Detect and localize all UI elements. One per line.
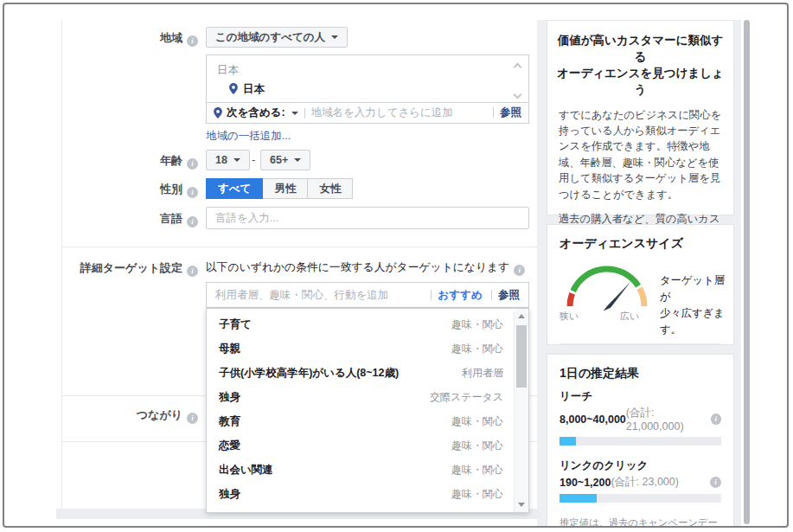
audience-size-gauge: 狭い 広い [558, 259, 660, 323]
region-selected-row[interactable]: 日本 [229, 82, 265, 97]
suggestions-dropdown: 子育て趣味・関心 母親趣味・関心 子供(小学校高学年)がいる人(8~12歳)利用… [206, 308, 529, 513]
link-clicks-bar-fill [560, 494, 597, 503]
daily-estimates-title: 1日の推定結果 [560, 366, 721, 381]
daily-estimates-card: 1日の推定結果 リーチ 8,000~40,000 (合計: 21,000,000… [547, 354, 734, 528]
suggestion-name: 独身 [219, 390, 240, 405]
card-divider [560, 343, 721, 344]
map-pin-icon [229, 83, 238, 94]
suggestion-row[interactable]: 母親趣味・関心 [207, 337, 514, 361]
link-clicks-info-icon[interactable] [710, 477, 721, 488]
suggestion-row[interactable]: 教育趣味・関心 [207, 409, 514, 433]
age-info-icon[interactable] [187, 158, 198, 170]
audience-size-card: オーディエンスサイズ 狭い 広い ターゲット層が 少々広すぎます。 潜在リーチ:… [547, 224, 734, 345]
audience-size-status: ターゲット層が 少々広すぎます。 [660, 259, 725, 338]
age-max-dropdown[interactable]: 65+ [260, 150, 310, 170]
gender-option-female[interactable]: 女性 [308, 178, 353, 199]
page-scrollbar-thumb[interactable] [744, 20, 750, 524]
link-clicks-total: (合計: 23,000) [611, 475, 679, 490]
suggestion-row[interactable]: 独身趣味・関心 [207, 482, 514, 506]
link-clicks-bar-track [560, 494, 721, 503]
section-divider [61, 247, 540, 247]
detailed-targeting-info-icon[interactable] [187, 266, 198, 277]
gauge-max-label: 広い [620, 310, 639, 323]
age-label-text: 年齢 [160, 154, 182, 167]
detailed-targeting-input[interactable]: 利用者層、趣味・関心、行動を追加 おすすめ 参照 [206, 282, 529, 308]
connections-label-text: つながり [137, 408, 182, 421]
suggestion-category: 趣味・関心 [451, 342, 503, 356]
chevron-down-icon [233, 158, 240, 162]
age-min-value: 18 [215, 154, 227, 166]
suggestion-row[interactable]: 独身交際ステータス [207, 385, 514, 409]
link-clicks-metric-label: リンクのクリック [560, 458, 721, 473]
status-line2: 少々広すぎます。 [660, 305, 725, 338]
reach-info-icon[interactable] [711, 413, 721, 425]
region-box: 日本 日本 次を含める: 地域名を入力してさらに追加 参照 [206, 54, 529, 124]
suggestion-row[interactable]: 出会い関連趣味・関心 [207, 458, 514, 482]
scroll-up-icon[interactable] [518, 314, 525, 318]
region-audience-selector[interactable]: この地域のすべての人 [206, 27, 348, 48]
suggestion-category: 趣味・関心 [451, 439, 503, 453]
suggestion-name: 教育 [219, 414, 240, 429]
dropdown-scrollbar[interactable] [514, 309, 528, 512]
suggestion-name: 独身 [219, 487, 240, 502]
language-input[interactable] [206, 207, 529, 229]
suggestion-row[interactable]: 子育て趣味・関心 [207, 312, 514, 337]
region-list: 日本 日本 [207, 55, 528, 103]
suggestion-category: 趣味・関心 [451, 463, 503, 478]
region-include-row: 次を含める: 地域名を入力してさらに追加 参照 [207, 102, 528, 123]
language-info-icon[interactable] [187, 216, 198, 228]
include-selector[interactable]: 次を含める: [227, 106, 285, 120]
bulk-add-locations-link[interactable]: 地域の一括追加... [206, 129, 291, 144]
suggestion-category: 趣味・関心 [451, 317, 503, 332]
scroll-down-icon[interactable] [514, 91, 522, 99]
chevron-down-icon [294, 158, 301, 162]
age-min-dropdown[interactable]: 18 [206, 150, 250, 170]
detailed-targeting-placeholder: 利用者層、趣味・関心、行動を追加 [215, 288, 388, 303]
lookalike-title: 価値が高いカスタマーに類似する オーディエンスを見つけましょう [556, 33, 725, 99]
chevron-down-icon [291, 112, 298, 115]
lookalike-title-line2: オーディエンスを見つけましょう [556, 66, 725, 99]
gender-label: 性別 [56, 182, 198, 198]
region-browse-link[interactable]: 参照 [487, 106, 521, 120]
region-label-text: 地域 [160, 31, 182, 44]
reach-bar-fill [560, 437, 576, 445]
connections-info-icon[interactable] [187, 413, 198, 424]
suggestion-name: 子供(小学校高学年)がいる人(8~12歳) [219, 366, 399, 381]
estimates-disclaimer: 推定値は、過去のキャンペーンデータ、入力された予算、マーケットデータなどの要素に… [560, 516, 721, 528]
suggestions-tab[interactable]: おすすめ [438, 289, 482, 301]
gender-option-all[interactable]: すべて [206, 178, 263, 199]
lookalike-card: 価値が高いカスタマーに類似する オーディエンスを見つけましょう すでにあなたのビ… [547, 20, 734, 215]
separator [431, 290, 432, 300]
connections-label: つながり [56, 407, 198, 424]
reach-range: 8,000~40,000 [560, 413, 626, 426]
reach-metric: リーチ 8,000~40,000 (合計: 21,000,000) [560, 389, 721, 445]
reach-total: (合計: 21,000,000) [626, 406, 711, 433]
suggestions-list: 子育て趣味・関心 母親趣味・関心 子供(小学校高学年)がいる人(8~12歳)利用… [207, 312, 514, 513]
age-max-value: 65+ [270, 154, 288, 166]
suggestion-row[interactable]: 子供(小学校高学年)がいる人(8~12歳)利用者層 [207, 361, 514, 385]
detailed-targeting-label: 詳細ターゲット設定 [56, 260, 198, 277]
gender-option-male[interactable]: 男性 [263, 178, 308, 199]
suggestion-row[interactable]: 恋愛趣味・関心 [207, 433, 514, 458]
suggestion-name: 子育て [219, 317, 252, 332]
scroll-down-icon[interactable] [518, 503, 525, 507]
separator [493, 107, 494, 118]
location-input[interactable]: 地域名を入力してさらに追加 [311, 106, 453, 120]
suggestion-row[interactable]: カップリングパーティー趣味・関心 [207, 506, 514, 513]
age-label: 年齢 [56, 153, 198, 170]
region-info-icon[interactable] [187, 35, 198, 47]
scroll-up-icon[interactable] [514, 63, 522, 72]
reach-bar-track [560, 437, 721, 445]
ads-audience-settings-window: 地域 この地域のすべての人 日本 日本 次を含める: 地域名を入力してさらに追加… [3, 3, 789, 528]
gauge-min-label: 狭い [560, 310, 579, 323]
scrollbar-thumb[interactable] [516, 325, 527, 388]
detailed-targeting-description: 以下のいずれかの条件に一致する人がターゲットになります [206, 260, 525, 276]
browse-tab[interactable]: 参照 [498, 289, 520, 301]
detailed-targeting-label-text: 詳細ターゲット設定 [80, 261, 182, 274]
audience-size-title: オーディエンスサイズ [560, 236, 721, 252]
gender-info-icon[interactable] [187, 187, 198, 198]
description-info-icon[interactable] [514, 265, 525, 276]
chevron-down-icon [331, 35, 338, 39]
link-clicks-metric: リンクのクリック 190~1,200 (合計: 23,000) [560, 458, 721, 503]
suggestion-name: 恋愛 [219, 439, 240, 453]
